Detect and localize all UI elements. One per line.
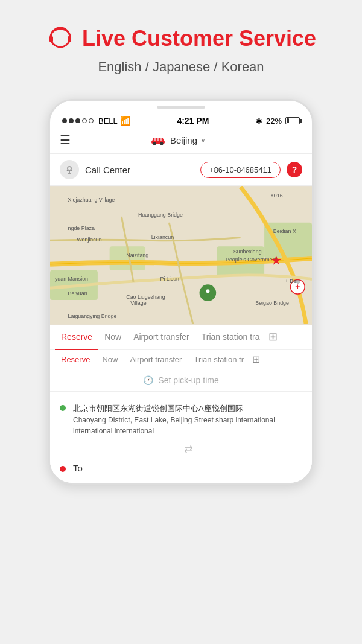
dot-2 bbox=[69, 118, 74, 123]
booking-grid-icon[interactable]: ⊞ bbox=[252, 354, 260, 365]
svg-text:Lixiancun: Lixiancun bbox=[151, 234, 174, 240]
tab-now[interactable]: Now bbox=[98, 325, 127, 349]
car-icon bbox=[150, 135, 167, 145]
from-address-en: Chaoyang District, East Lake, Beijing St… bbox=[73, 415, 302, 436]
to-location[interactable]: To bbox=[60, 458, 302, 476]
swap-button[interactable]: ⇅ bbox=[60, 440, 302, 458]
clock-icon: 🕐 bbox=[143, 375, 153, 385]
wifi-icon: 📶 bbox=[120, 116, 130, 126]
dot-5 bbox=[89, 118, 94, 123]
svg-text:Village: Village bbox=[130, 300, 147, 306]
notch-bar bbox=[157, 106, 205, 109]
svg-text:Beigao Bridge: Beigao Bridge bbox=[255, 300, 289, 306]
svg-rect-2 bbox=[68, 36, 71, 42]
booking-tabs: Reserve Now Airport transfer Trian stati… bbox=[50, 350, 312, 369]
to-label: To bbox=[73, 463, 83, 473]
svg-text:Cao Liugezhang: Cao Liugezhang bbox=[126, 294, 165, 300]
subtitle-text: English / Japanese / Korean bbox=[12, 59, 350, 75]
phone-mockup: BELL 📶 4:21 PM ✱ 22% ☰ Beijing bbox=[48, 99, 314, 485]
status-time: 4:21 PM bbox=[177, 116, 209, 126]
mic-icon bbox=[60, 160, 79, 179]
svg-text:People's Government: People's Government bbox=[226, 257, 277, 263]
call-center-label: Call Center bbox=[85, 165, 194, 175]
svg-text:Laiguangying Bridge: Laiguangying Bridge bbox=[68, 313, 117, 319]
from-dot bbox=[60, 405, 66, 411]
tab-airport-transfer[interactable]: Airport transfer bbox=[127, 325, 195, 349]
from-location[interactable]: 北京市朝阳区东湖街道锐创国际中心A座锐创国际 Chaoyang District… bbox=[60, 399, 302, 440]
promo-section: Live Customer Service English / Japanese… bbox=[0, 0, 362, 87]
status-left: BELL 📶 bbox=[62, 116, 130, 126]
dot-1 bbox=[62, 118, 67, 123]
to-dot bbox=[60, 466, 66, 472]
app-header: ☰ Beijing ∨ bbox=[50, 128, 312, 154]
from-address-cn: 北京市朝阳区东湖街道锐创国际中心A座锐创国际 bbox=[73, 403, 302, 415]
booking-tab-reserve[interactable]: Reserve bbox=[55, 350, 96, 369]
svg-rect-7 bbox=[157, 138, 159, 141]
phone-notch bbox=[50, 101, 312, 111]
grid-icon[interactable]: ⊞ bbox=[268, 330, 278, 343]
svg-text:Naizifang: Naizifang bbox=[126, 252, 148, 258]
svg-rect-8 bbox=[160, 138, 162, 141]
chevron-icon: ∨ bbox=[201, 137, 205, 144]
pickup-time-label: Set pick-up time bbox=[158, 375, 218, 385]
booking-tab-airport[interactable]: Airport transfer bbox=[124, 350, 188, 369]
battery-fill bbox=[287, 118, 289, 123]
city-name: Beijing bbox=[170, 135, 197, 145]
status-right: ✱ 22% bbox=[256, 116, 300, 126]
svg-text:Pi Licun: Pi Licun bbox=[160, 276, 179, 282]
svg-point-23 bbox=[206, 289, 209, 293]
swap-arrows-icon: ⇅ bbox=[181, 444, 194, 453]
booking-tab-now[interactable]: Now bbox=[96, 350, 124, 369]
headset-icon bbox=[46, 24, 75, 53]
battery-percent: 22% bbox=[266, 116, 282, 126]
hamburger-menu[interactable]: ☰ bbox=[60, 133, 71, 147]
svg-text:yuan Mansion: yuan Mansion bbox=[55, 276, 88, 282]
bluetooth-icon: ✱ bbox=[256, 116, 262, 126]
battery-icon bbox=[285, 117, 300, 124]
tab-train-station[interactable]: Trian station tra bbox=[195, 325, 266, 349]
main-tabs: Reserve Now Airport transfer Trian stati… bbox=[50, 325, 312, 350]
svg-rect-1 bbox=[49, 36, 53, 42]
location-section: 北京市朝阳区东湖街道锐创国际中心A座锐创国际 Chaoyang District… bbox=[50, 392, 312, 483]
svg-text:+ Beiji: + Beiji bbox=[285, 278, 300, 284]
svg-rect-6 bbox=[154, 138, 156, 141]
map-svg: + 📍 Xiejazhuang Village X016 Huanggang B… bbox=[50, 186, 312, 325]
svg-text:Xiejazhuang Village: Xiejazhuang Village bbox=[68, 197, 115, 203]
headline-container: Live Customer Service bbox=[12, 24, 350, 53]
dot-3 bbox=[75, 118, 80, 123]
svg-text:Beidian X: Beidian X bbox=[273, 229, 296, 235]
help-button[interactable]: ? bbox=[287, 162, 302, 177]
svg-text:Huanggang Bridge: Huanggang Bridge bbox=[138, 212, 183, 218]
call-center-bar: Call Center +86-10-84685411 ? bbox=[50, 154, 312, 186]
dot-4 bbox=[82, 118, 87, 123]
signal-dots bbox=[62, 118, 94, 123]
svg-text:ngde Plaza: ngde Plaza bbox=[68, 225, 95, 231]
status-bar: BELL 📶 4:21 PM ✱ 22% bbox=[50, 111, 312, 128]
pickup-time-row[interactable]: 🕐 Set pick-up time bbox=[50, 369, 312, 392]
svg-text:Sunhexiang: Sunhexiang bbox=[233, 249, 262, 255]
tab-reserve[interactable]: Reserve bbox=[55, 325, 98, 350]
svg-text:X016: X016 bbox=[270, 193, 283, 199]
carrier-label: BELL bbox=[98, 116, 118, 126]
booking-panel: Reserve Now Airport transfer Trian stati… bbox=[50, 350, 312, 483]
phone-number-button[interactable]: +86-10-84685411 bbox=[200, 162, 281, 178]
headline-text: Live Customer Service bbox=[82, 26, 316, 51]
svg-text:Wenjiacun: Wenjiacun bbox=[77, 237, 101, 243]
svg-point-9 bbox=[68, 167, 71, 170]
booking-tab-train[interactable]: Trian station tr bbox=[188, 350, 250, 369]
map-area: + 📍 Xiejazhuang Village X016 Huanggang B… bbox=[50, 186, 312, 325]
svg-text:Beiyuan: Beiyuan bbox=[68, 290, 87, 296]
from-address-text: 北京市朝阳区东湖街道锐创国际中心A座锐创国际 Chaoyang District… bbox=[73, 403, 302, 436]
city-selector[interactable]: Beijing ∨ bbox=[150, 135, 205, 145]
